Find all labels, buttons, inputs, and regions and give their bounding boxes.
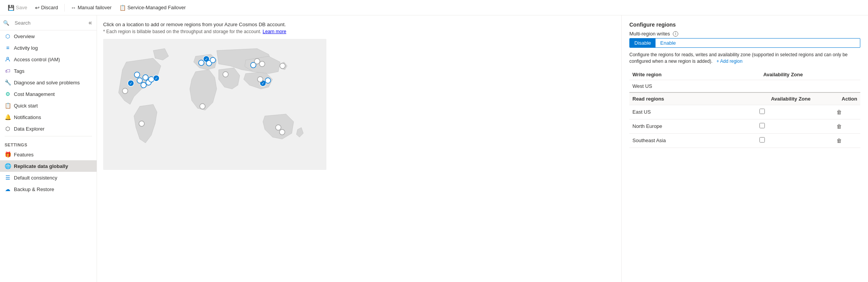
svg-point-28	[276, 125, 281, 130]
az-checkbox-east-us[interactable]	[706, 105, 818, 119]
sidebar-item-backup-restore[interactable]: ☁ Backup & Restore	[0, 183, 97, 195]
table-row: Southeast Asia 🗑	[629, 133, 860, 148]
features-icon: 🎁	[5, 151, 11, 158]
svg-point-3	[137, 78, 142, 83]
svg-point-17	[223, 72, 228, 77]
availability-zone-column-header: Availability Zone	[706, 69, 818, 80]
tags-icon: 🏷	[5, 68, 11, 74]
configure-description: Configure the regions for reads, writes …	[629, 52, 860, 65]
diagnose-icon: 🔧	[5, 79, 11, 86]
az-checkbox-input-north-europe[interactable]	[759, 123, 765, 128]
svg-point-6	[141, 82, 146, 88]
svg-point-24	[258, 77, 263, 82]
sidebar-item-notifications[interactable]: 🔔 Notifications	[0, 111, 97, 123]
cost-management-icon: ⚙	[5, 91, 11, 97]
delete-east-us: 🗑	[818, 105, 860, 119]
svg-point-27	[200, 104, 205, 109]
svg-point-0	[7, 57, 9, 59]
svg-point-23	[265, 78, 271, 83]
enable-toggle-button[interactable]: Enable	[656, 39, 680, 47]
quick-start-icon: 📋	[5, 102, 11, 109]
read-az-column-header: Availability Zone	[706, 92, 818, 105]
failover-icon: ↔	[71, 5, 76, 11]
toolbar-divider	[64, 4, 65, 12]
sidebar-item-default-consistency[interactable]: ☰ Default consistency	[0, 172, 97, 183]
svg-text:✓: ✓	[155, 76, 158, 81]
sidebar-item-replicate-data[interactable]: 🌐 Replicate data globally	[0, 160, 97, 172]
regions-table: Write region Availability Zone West US R…	[629, 69, 860, 148]
region-name-southeast-asia: Southeast Asia	[629, 133, 706, 148]
map-note: * Each region is billable based on the t…	[103, 29, 615, 34]
table-row: North Europe 🗑	[629, 119, 860, 133]
svg-point-25	[280, 63, 285, 69]
add-region-link[interactable]: + Add region	[716, 59, 743, 64]
delete-east-us-button[interactable]: 🗑	[834, 108, 844, 116]
sidebar-item-quick-start[interactable]: 📋 Quick start	[0, 100, 97, 111]
az-checkbox-southeast-asia[interactable]	[706, 133, 818, 148]
overview-icon: ⬡	[5, 33, 11, 39]
info-icon[interactable]: i	[673, 31, 678, 37]
sidebar-item-tags[interactable]: 🏷 Tags	[0, 65, 97, 77]
right-panel: Configure regions Multi-region writes i …	[622, 15, 868, 282]
svg-point-19	[254, 59, 260, 64]
manual-failover-button[interactable]: ↔ Manual failover	[68, 3, 115, 12]
activity-log-icon: ≡	[5, 45, 11, 51]
search-input[interactable]	[12, 18, 85, 27]
sidebar-item-access-control[interactable]: Access control (IAM)	[0, 54, 97, 65]
az-checkbox-input-east-us[interactable]	[759, 109, 765, 114]
data-explorer-icon: ⬡	[5, 126, 11, 132]
svg-point-29	[279, 129, 285, 135]
write-region-header-row: Write region Availability Zone	[629, 69, 860, 80]
discard-button[interactable]: ↩ Discard	[32, 3, 61, 12]
disable-toggle-button[interactable]: Disable	[630, 39, 656, 47]
region-name-east-us: East US	[629, 105, 706, 119]
svg-text:✓: ✓	[205, 57, 208, 61]
write-region-value: West US	[629, 80, 706, 92]
delete-north-europe-button[interactable]: 🗑	[834, 123, 844, 130]
svg-point-8	[134, 72, 140, 77]
svg-point-16	[210, 57, 216, 63]
sidebar-settings-divider	[5, 136, 92, 136]
toolbar: 💾 Save ↩ Discard ↔ Manual failover 📋 Ser…	[0, 0, 868, 15]
sidebar-item-features[interactable]: 🎁 Features	[0, 149, 97, 160]
sidebar-search-container: 🔍 «	[0, 15, 97, 30]
sidebar: 🔍 « ⬡ Overview ≡ Activity log Access con…	[0, 15, 97, 282]
main-layout: 🔍 « ⬡ Overview ≡ Activity log Access con…	[0, 15, 868, 282]
configure-regions-title: Configure regions	[629, 22, 860, 28]
learn-more-link[interactable]: Learn more	[263, 29, 286, 34]
map-panel: Click on a location to add or remove reg…	[97, 15, 622, 282]
sidebar-item-overview[interactable]: ⬡ Overview	[0, 30, 97, 42]
service-managed-failover-button[interactable]: 📋 Service-Managed Failover	[116, 3, 189, 12]
sidebar-item-data-explorer[interactable]: ⬡ Data Explorer	[0, 123, 97, 134]
svg-point-11	[122, 88, 128, 94]
multi-region-row: Multi-region writes i	[629, 31, 860, 37]
multi-region-toggle: Disable Enable	[629, 38, 860, 48]
svg-point-4	[143, 75, 148, 80]
default-consistency-icon: ☰	[5, 175, 11, 181]
table-row-write-region: West US	[629, 80, 860, 92]
az-checkbox-input-southeast-asia[interactable]	[759, 137, 765, 143]
svg-text:✓: ✓	[129, 81, 132, 86]
delete-southeast-asia: 🗑	[818, 133, 860, 148]
delete-southeast-asia-button[interactable]: 🗑	[834, 137, 844, 144]
sidebar-collapse-button[interactable]: «	[87, 18, 94, 28]
map-description: Click on a location to add or remove reg…	[103, 22, 615, 27]
content-area: Click on a location to add or remove reg…	[97, 15, 868, 282]
sidebar-item-cost-management[interactable]: ⚙ Cost Management	[0, 88, 97, 100]
read-regions-header-row: Read regions Availability Zone Action	[629, 92, 860, 105]
sidebar-item-activity-log[interactable]: ≡ Activity log	[0, 42, 97, 54]
multi-region-label: Multi-region writes	[629, 31, 670, 37]
sidebar-item-diagnose[interactable]: 🔧 Diagnose and solve problems	[0, 77, 97, 88]
service-managed-icon: 📋	[119, 5, 126, 11]
read-regions-column-header: Read regions	[629, 92, 706, 105]
svg-point-26	[139, 121, 144, 126]
world-map[interactable]: ✓ ✓ ✓	[103, 39, 326, 170]
svg-point-14	[199, 60, 204, 65]
save-button[interactable]: 💾 Save	[5, 3, 30, 12]
replicate-icon: 🌐	[5, 163, 11, 169]
svg-point-20	[259, 61, 265, 67]
az-checkbox-north-europe[interactable]	[706, 119, 818, 133]
notifications-icon: 🔔	[5, 114, 11, 120]
svg-text:✓: ✓	[261, 81, 264, 86]
discard-icon: ↩	[35, 5, 40, 11]
